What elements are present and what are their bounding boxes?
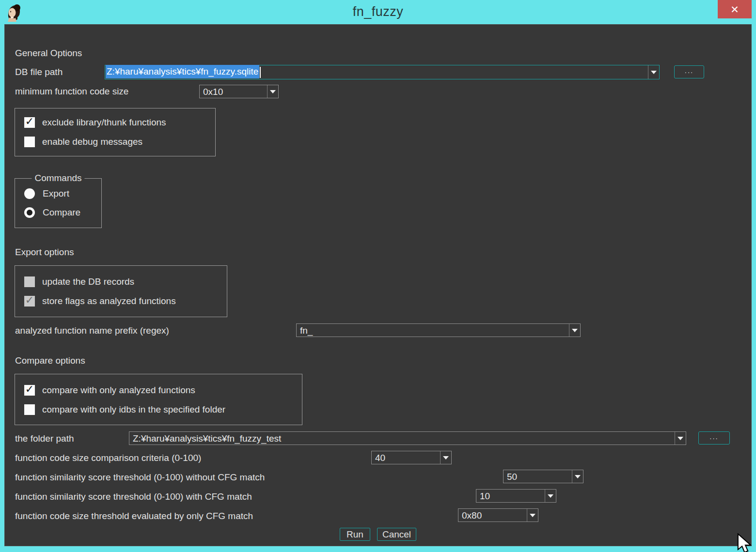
criteria-with-cfg-label: function similarity score threshold (0-1… (15, 491, 252, 502)
dropdown-arrow-icon[interactable] (527, 509, 538, 521)
checkbox-label: store flags as analyzed functions (42, 296, 176, 307)
radio-compare[interactable]: Compare (24, 207, 80, 218)
dropdown-arrow-icon[interactable] (545, 490, 556, 502)
db-file-path-label: DB file path (15, 66, 63, 77)
radio-label: Export (43, 188, 69, 199)
criteria-without-cfg-value: 50 (504, 472, 517, 481)
checkbox-label: exclude library/thunk functions (42, 117, 166, 128)
folder-path-combobox[interactable]: Z:¥haru¥analysis¥tics¥fn_fuzzy_test (129, 431, 686, 445)
commands-groupbox: Commands Export Compare (15, 178, 102, 228)
db-file-path-combobox[interactable]: Z:¥haru¥analysis¥tics¥fn_fuzzy.sqlite (105, 65, 660, 79)
general-options-heading: General Options (15, 47, 82, 59)
folder-path-label: the folder path (15, 433, 74, 444)
checkbox-box[interactable]: ✓ (24, 296, 35, 307)
compare-flags-groupbox: ✓ compare with only analyzed functions ✓… (15, 374, 302, 425)
criteria-without-cfg-label: function similarity score threshold (0-1… (15, 472, 265, 483)
mouse-cursor-icon (736, 533, 756, 552)
criteria-code-size-value: 40 (372, 453, 385, 462)
check-icon: ✓ (25, 384, 34, 395)
dropdown-arrow-icon[interactable] (648, 65, 659, 79)
check-icon: ✓ (25, 295, 34, 306)
checkbox-update-db-records[interactable]: ✓ update the DB records (24, 276, 134, 287)
export-flags-groupbox: ✓ update the DB records ✓ store flags as… (15, 265, 227, 317)
commands-legend: Commands (32, 172, 84, 184)
dropdown-arrow-icon[interactable] (572, 470, 583, 483)
checkbox-box[interactable]: ✓ (24, 117, 35, 128)
window-title: fn_fuzzy (0, 4, 756, 19)
export-options-heading: Export options (15, 246, 74, 258)
general-flags-groupbox: ✓ exclude library/thunk functions ✓ enab… (15, 108, 216, 156)
criteria-cfg-only-combobox[interactable]: 0x80 (458, 508, 538, 522)
checkbox-box[interactable]: ✓ (24, 137, 35, 147)
text-caret (260, 67, 261, 78)
dropdown-arrow-icon[interactable] (267, 85, 278, 98)
prefix-regex-combobox[interactable]: fn_ (296, 323, 581, 337)
criteria-without-cfg-combobox[interactable]: 50 (503, 470, 583, 483)
checkbox-compare-analyzed-only[interactable]: ✓ compare with only analyzed functions (24, 384, 195, 396)
radio-export[interactable]: Export (24, 188, 69, 199)
criteria-with-cfg-combobox[interactable]: 10 (476, 489, 556, 503)
min-code-size-combobox[interactable]: 0x10 (199, 85, 279, 98)
folder-path-value: Z:¥haru¥analysis¥tics¥fn_fuzzy_test (129, 434, 281, 443)
run-button[interactable]: Run (340, 528, 370, 541)
db-path-browse-button[interactable]: ... (674, 65, 704, 78)
prefix-regex-value: fn_ (297, 326, 313, 335)
min-code-size-label: minimum function code size (15, 86, 128, 97)
checkbox-enable-debug[interactable]: ✓ enable debug messages (24, 136, 142, 147)
checkbox-box[interactable]: ✓ (24, 385, 35, 396)
check-icon: ✓ (25, 116, 34, 127)
checkbox-store-flags-analyzed[interactable]: ✓ store flags as analyzed functions (24, 295, 176, 307)
criteria-cfg-only-label: function code size threshold evaluated b… (15, 510, 253, 521)
criteria-code-size-label: function code size comparison criteria (… (15, 452, 201, 463)
criteria-code-size-combobox[interactable]: 40 (371, 451, 452, 464)
radio-label: Compare (43, 207, 80, 218)
folder-path-browse-button[interactable]: ... (698, 431, 730, 445)
criteria-cfg-only-value: 0x80 (458, 511, 482, 520)
dropdown-arrow-icon[interactable] (675, 432, 686, 445)
close-button[interactable]: ✕ (718, 0, 752, 18)
cancel-button[interactable]: Cancel (377, 528, 416, 541)
db-file-path-value: Z:¥haru¥analysis¥tics¥fn_fuzzy.sqlite (105, 67, 261, 78)
checkbox-box[interactable]: ✓ (24, 404, 35, 415)
min-code-size-value: 0x10 (200, 87, 223, 96)
checkbox-label: enable debug messages (42, 137, 142, 147)
titlebar[interactable]: fn_fuzzy ✕ (0, 0, 756, 24)
compare-options-heading: Compare options (15, 355, 85, 366)
checkbox-label: compare with only analyzed functions (42, 385, 195, 396)
prefix-regex-label: analyzed function name prefix (regex) (15, 325, 169, 336)
checkbox-compare-idbs-folder[interactable]: ✓ compare with only idbs in the specifie… (24, 404, 225, 415)
selected-text: Z:¥haru¥analysis¥tics¥fn_fuzzy.sqlite (106, 65, 259, 78)
radio-button[interactable] (24, 188, 35, 199)
checkbox-box[interactable]: ✓ (24, 276, 35, 287)
dropdown-arrow-icon[interactable] (440, 451, 451, 464)
criteria-with-cfg-value: 10 (476, 491, 490, 501)
dropdown-arrow-icon[interactable] (569, 324, 580, 337)
checkbox-exclude-library-thunk[interactable]: ✓ exclude library/thunk functions (24, 117, 166, 128)
close-icon: ✕ (730, 4, 739, 15)
fn-fuzzy-dialog: fn_fuzzy ✕ General Options DB file path … (0, 0, 756, 552)
dialog-body: General Options DB file path Z:¥haru¥ana… (4, 24, 752, 546)
radio-button[interactable] (24, 207, 35, 218)
checkbox-label: update the DB records (42, 276, 134, 287)
checkbox-label: compare with only idbs in the specified … (42, 404, 225, 415)
